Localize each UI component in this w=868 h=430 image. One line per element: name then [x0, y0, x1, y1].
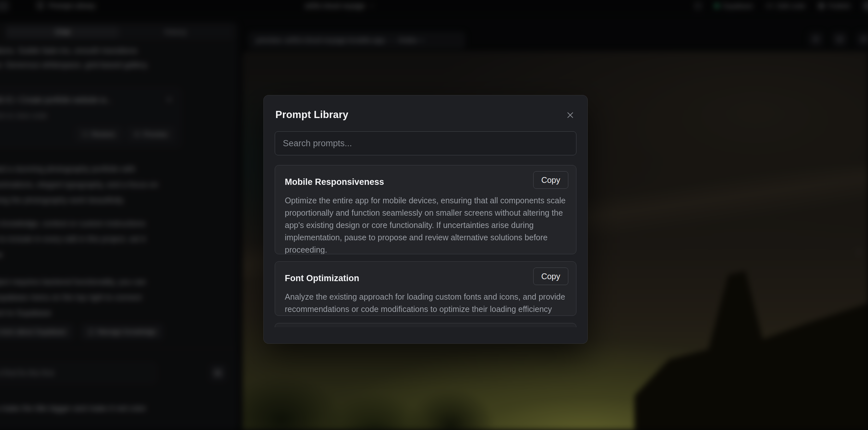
close-button[interactable]	[565, 110, 576, 122]
modal-title: Prompt Library	[275, 109, 348, 121]
prompt-body: Analyze the existing approach for loadin…	[285, 290, 566, 315]
screen: Prompt Library artful cloud voyage Supab…	[0, 0, 868, 430]
prompt-card: Copy Font Optimization Analyze the exist…	[275, 262, 577, 316]
prompt-card: Copy Mobile Responsiveness Optimize the …	[275, 165, 577, 254]
close-icon	[566, 111, 575, 119]
copy-button[interactable]: Copy	[533, 268, 568, 285]
prompt-card-partial	[275, 323, 577, 327]
prompt-title: Font Optimization	[285, 273, 566, 283]
prompt-body: Optimize the entire app for mobile devic…	[285, 194, 566, 254]
search-input[interactable]	[275, 131, 577, 155]
copy-button[interactable]: Copy	[533, 171, 568, 189]
prompt-list: Copy Mobile Responsiveness Optimize the …	[275, 165, 577, 327]
prompt-title: Mobile Responsiveness	[285, 177, 566, 187]
prompt-library-modal: Prompt Library Copy Mobile Responsivenes…	[264, 95, 588, 344]
